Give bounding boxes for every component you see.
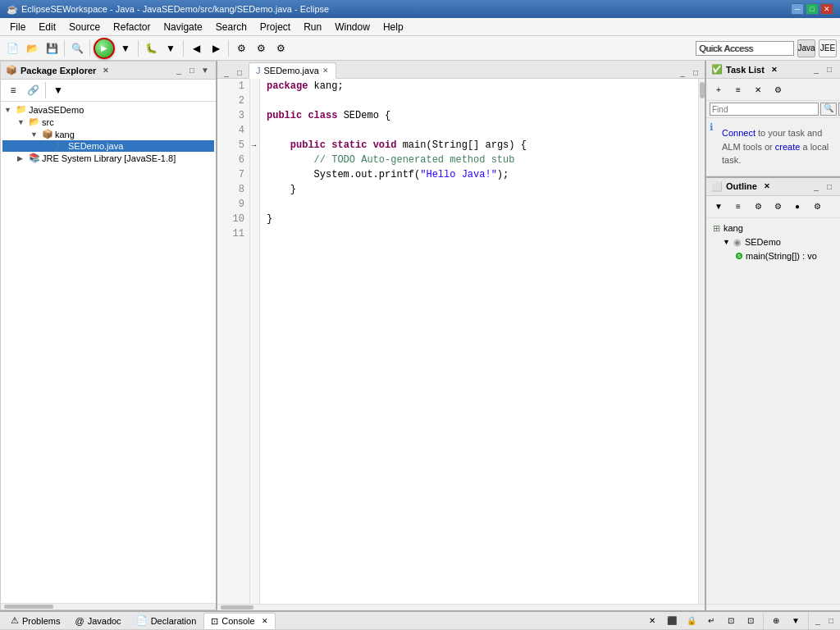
console-btn-3[interactable]: ⊡: [722, 612, 740, 630]
maximize-button[interactable]: □: [806, 3, 819, 15]
tab-declaration[interactable]: 📄 Declaration: [129, 613, 204, 629]
outline-btn-5[interactable]: ●: [788, 198, 806, 216]
horizontal-scrollbar-left[interactable]: [1, 603, 216, 609]
task-list-close-icon[interactable]: ✕: [771, 66, 778, 74]
toolbar-btn-7[interactable]: ⚙: [272, 39, 290, 57]
menu-source[interactable]: Source: [62, 18, 107, 36]
scrollbar-thumb-left[interactable]: [4, 605, 53, 609]
tab-console[interactable]: ⊡ Console ✕: [203, 613, 275, 629]
run-button[interactable]: ▶: [94, 38, 115, 59]
package-explorer-close-icon[interactable]: ✕: [103, 66, 109, 75]
outline-btn-6[interactable]: ⚙: [808, 198, 826, 216]
menu-window[interactable]: Window: [328, 18, 377, 36]
menu-project[interactable]: Project: [253, 18, 297, 36]
quick-access-input[interactable]: [696, 41, 794, 56]
menu-file[interactable]: File: [3, 18, 32, 36]
task-min-btn[interactable]: _: [810, 64, 822, 75]
minimize-button[interactable]: ─: [791, 3, 804, 15]
outline-sedemo[interactable]: ▼ ◉ SEDemo: [710, 235, 837, 249]
tree-item-src[interactable]: ▼ 📂 src: [2, 116, 214, 128]
debug-dropdown[interactable]: ▼: [162, 39, 180, 57]
outline-btn-4[interactable]: ⚙: [769, 198, 787, 216]
run-dropdown[interactable]: ▼: [116, 39, 135, 57]
tree-item-javasedemo[interactable]: ▼ 📁 JavaSEDemo: [2, 103, 214, 116]
tree-item-jre[interactable]: ▶ 📚 JRE System Library [JavaSE-1.8]: [2, 152, 214, 164]
outline-kang[interactable]: ⊞ kang: [710, 221, 837, 235]
menu-help[interactable]: Help: [377, 18, 410, 36]
bottom-max-button[interactable]: □: [825, 615, 837, 627]
new-button[interactable]: 📄: [3, 39, 21, 57]
menu-navigate[interactable]: Navigate: [157, 18, 208, 36]
toolbar-btn-5[interactable]: ⚙: [232, 39, 250, 57]
connect-link[interactable]: Connect: [722, 128, 756, 138]
tree-item-sedemo[interactable]: J SEDemo.java: [2, 140, 214, 152]
create-link[interactable]: create: [775, 142, 801, 152]
link-editor-button[interactable]: 🔗: [24, 81, 42, 99]
scrollbar-thumb-editor-h[interactable]: [221, 605, 253, 609]
expand-kang[interactable]: ▼: [30, 130, 42, 139]
menu-search[interactable]: Search: [209, 18, 253, 36]
new-console-button[interactable]: ⊕: [767, 612, 785, 630]
outline-close-icon[interactable]: ✕: [764, 182, 770, 190]
debug-button[interactable]: 🐛: [142, 39, 160, 57]
panel-menu-button[interactable]: ▼: [199, 65, 211, 76]
tab-javadoc[interactable]: @ Javadoc: [67, 613, 128, 629]
stop-button[interactable]: ⬛: [663, 612, 681, 630]
next-button[interactable]: ▶: [207, 39, 225, 57]
java-ee-button[interactable]: JEE: [819, 39, 837, 57]
editor-max-btn[interactable]: □: [690, 66, 701, 78]
outline-scrollbar[interactable]: [706, 604, 840, 610]
editor-min-btn[interactable]: _: [677, 66, 688, 78]
task-btn-2[interactable]: ≡: [729, 80, 747, 98]
tree-item-kang[interactable]: ▼ 📦 kang: [2, 128, 214, 140]
outline-btn-3[interactable]: ⚙: [749, 198, 767, 216]
task-btn-3[interactable]: ✕: [749, 80, 767, 98]
minimize-editor-button[interactable]: _: [221, 66, 232, 78]
task-max-btn[interactable]: □: [824, 64, 835, 75]
scrollbar-thumb-editor[interactable]: [700, 82, 705, 98]
toolbar-btn-6[interactable]: ⚙: [252, 39, 270, 57]
find-input[interactable]: [710, 103, 819, 116]
collapse-all-button[interactable]: ≡: [4, 81, 22, 99]
outline-max-btn[interactable]: □: [824, 180, 835, 192]
new-task-button[interactable]: +: [710, 80, 728, 98]
maximize-panel-button[interactable]: □: [186, 65, 198, 76]
maximize-editor-button[interactable]: □: [234, 66, 245, 78]
close-button[interactable]: ✕: [820, 3, 833, 15]
scroll-lock-button[interactable]: 🔒: [682, 612, 701, 630]
menu-run[interactable]: Run: [297, 18, 328, 36]
tab-problems[interactable]: ⚠ Problems: [3, 613, 67, 629]
search-icon[interactable]: 🔍: [68, 39, 86, 57]
horizontal-scrollbar-editor[interactable]: [217, 604, 705, 610]
editor-content[interactable]: 1 2 3 4 5 6 7 8 9 10 11 ·: [217, 79, 705, 604]
outline-expand-sedemo[interactable]: ▼: [723, 238, 730, 246]
perspective-button[interactable]: Java: [797, 39, 815, 57]
task-btn-4[interactable]: ⚙: [769, 80, 787, 98]
clear-console-button[interactable]: ✕: [643, 612, 661, 630]
bottom-min-button[interactable]: _: [812, 615, 824, 627]
menu-edit[interactable]: Edit: [32, 18, 62, 36]
console-btn-4[interactable]: ⊡: [742, 612, 760, 630]
tab-close-icon[interactable]: ✕: [322, 66, 329, 75]
breakpoint-area: · · · · → · · · · · ·: [250, 79, 260, 604]
expand-jre[interactable]: ▶: [17, 154, 29, 162]
view-menu-button[interactable]: ▼: [49, 81, 67, 99]
save-button[interactable]: 💾: [43, 39, 61, 57]
word-wrap-button[interactable]: ↵: [702, 612, 720, 630]
console-close-icon[interactable]: ✕: [262, 617, 268, 625]
find-search-icon[interactable]: 🔍: [820, 103, 837, 116]
expand-src[interactable]: ▼: [17, 118, 29, 126]
code-editor[interactable]: package kang; public class SEDemo { publ…: [260, 79, 698, 604]
open-button[interactable]: 📂: [23, 39, 41, 57]
prev-button[interactable]: ◀: [187, 39, 205, 57]
display-selected-button[interactable]: ▼: [787, 612, 805, 630]
menu-refactor[interactable]: Refactor: [107, 18, 157, 36]
vertical-scrollbar-editor[interactable]: [698, 79, 705, 604]
tab-sedemo[interactable]: J SEDemo.java ✕: [249, 62, 336, 79]
expand-javasedemo[interactable]: ▼: [4, 106, 16, 114]
outline-main[interactable]: s main(String[]) : vo: [710, 249, 837, 262]
outline-min-btn[interactable]: _: [810, 180, 822, 192]
outline-btn-1[interactable]: ▼: [710, 198, 728, 216]
minimize-panel-button[interactable]: _: [173, 65, 185, 76]
outline-btn-2[interactable]: ≡: [729, 198, 747, 216]
